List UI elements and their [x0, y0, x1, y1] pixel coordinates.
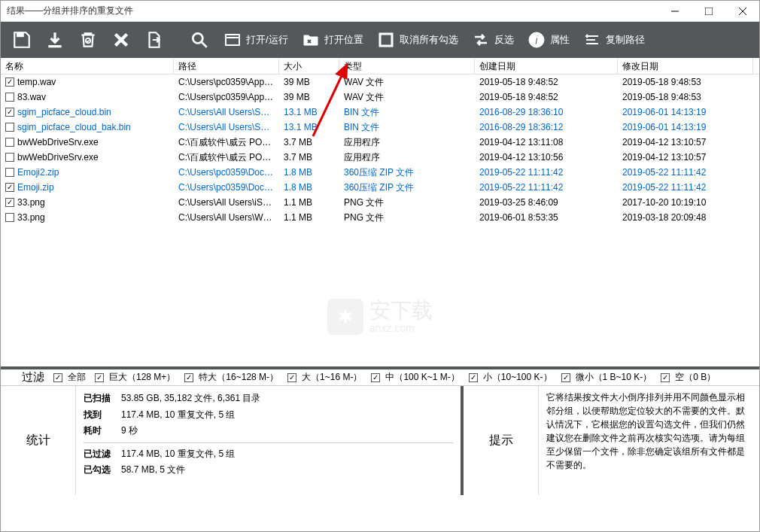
cell-size: 1.8 MB: [279, 182, 339, 193]
delete-button[interactable]: [106, 25, 136, 55]
trash-icon: [78, 29, 99, 50]
row-checkbox[interactable]: [5, 153, 14, 162]
open-location-button[interactable]: 打开位置: [296, 25, 368, 55]
cell-created: 2019-04-12 13:11:08: [475, 137, 618, 147]
cell-type: 360压缩 ZIP 文件: [339, 181, 475, 194]
search-icon: [189, 29, 210, 50]
cell-size: 13.1 MB: [279, 122, 339, 132]
open-run-button[interactable]: 打开/运行: [217, 25, 293, 55]
cell-type: 应用程序: [339, 151, 475, 164]
info-icon: i: [526, 29, 547, 50]
svg-point-6: [193, 33, 202, 43]
copy-path-button[interactable]: 复制路径: [577, 25, 649, 55]
elapsed-val: 9 秒: [121, 423, 138, 439]
cell-name: bwWebDriveSrv.exe: [17, 152, 99, 163]
shield-icon: ✱: [327, 299, 363, 335]
cell-modified: 2019-04-12 13:10:57: [618, 152, 753, 163]
table-row[interactable]: sgim_picface_cloud.binC:\Users\All Users…: [1, 105, 759, 120]
file-arrow-icon: [144, 29, 165, 50]
tip-panel: 提示 它将结果按文件大小倒序排列并用不同颜色显示相邻分组，以便帮助您定位较大的不…: [464, 386, 759, 495]
row-checkbox[interactable]: [5, 168, 14, 177]
table-row[interactable]: 83.wavC:\Users\pc0359\AppD...39 MBWAV 文件…: [1, 90, 759, 105]
col-name[interactable]: 名称: [1, 58, 174, 74]
scanned-val: 53.85 GB, 35,182 文件, 6,361 目录: [121, 391, 260, 407]
tip-body: 它将结果按文件大小倒序排列并用不同颜色显示相邻分组，以便帮助您定位较大的不需要的…: [539, 386, 759, 495]
open-run-label: 打开/运行: [246, 33, 288, 47]
grid-header: 名称 路径 大小 类型 创建日期 修改日期: [1, 58, 759, 74]
filtered-key: 已过滤: [84, 446, 121, 463]
titlebar: 结果——分组并排序的重复文件: [1, 1, 759, 22]
row-checkbox[interactable]: [5, 93, 14, 102]
filter-label: 过滤: [7, 370, 44, 385]
move-button[interactable]: [139, 25, 169, 55]
recycle-button[interactable]: [73, 25, 103, 55]
maximize-button[interactable]: [692, 1, 725, 22]
cell-type: WAV 文件: [339, 91, 475, 104]
cell-size: 1.1 MB: [279, 197, 339, 208]
col-size[interactable]: 大小: [279, 58, 339, 74]
table-row[interactable]: Emoji.zipC:\Users\pc0359\Docu...1.8 MB36…: [1, 180, 759, 195]
cell-created: 2019-05-22 11:11:42: [475, 182, 618, 193]
table-row[interactable]: temp.wavC:\Users\pc0359\AppD...39 MBWAV …: [1, 74, 759, 90]
watermark: ✱ 安下载 anxz.com: [327, 299, 433, 335]
filter-small[interactable]: 小（10~100 K-）: [469, 371, 552, 384]
row-checkbox[interactable]: [5, 138, 14, 147]
row-checkbox[interactable]: [5, 198, 14, 207]
swap-icon: [470, 29, 491, 50]
table-row[interactable]: bwWebDriveSrv.exeC:\百威软件\威云 POS...3.7 MB…: [1, 135, 759, 150]
cell-size: 13.1 MB: [279, 107, 339, 117]
filter-empty[interactable]: 空（0 B）: [661, 371, 716, 384]
bottom-panel: 过滤 全部 巨大（128 M+） 特大（16~128 M-） 大（1~16 M-…: [1, 366, 759, 495]
watermark-label: 安下载: [369, 299, 433, 323]
cell-name: 33.png: [17, 197, 45, 208]
cell-created: 2019-05-22 11:11:42: [475, 167, 618, 178]
properties-label: 属性: [550, 33, 570, 47]
open-location-label: 打开位置: [324, 33, 363, 47]
row-checkbox[interactable]: [5, 183, 14, 192]
table-row[interactable]: sgim_picface_cloud_bak.binC:\Users\All U…: [1, 120, 759, 135]
elapsed-key: 耗时: [84, 423, 121, 439]
filter-medium[interactable]: 中（100 K~1 M-）: [371, 371, 459, 384]
filter-huge[interactable]: 巨大（128 M+）: [95, 371, 175, 384]
cell-created: 2016-08-29 18:36:10: [475, 107, 618, 117]
close-button[interactable]: [725, 1, 759, 22]
col-path[interactable]: 路径: [174, 58, 279, 74]
minimize-button[interactable]: [658, 1, 692, 22]
search-button[interactable]: [184, 25, 214, 55]
cell-type: PNG 文件: [339, 211, 475, 224]
row-checkbox[interactable]: [5, 123, 14, 132]
cell-modified: 2019-04-12 13:10:57: [618, 137, 753, 147]
filter-tiny[interactable]: 微小（1 B~10 K-）: [561, 371, 652, 384]
cell-modified: 2017-10-20 10:19:10: [618, 197, 753, 208]
row-checkbox[interactable]: [5, 213, 14, 222]
stats-panel: 统计 已扫描53.85 GB, 35,182 文件, 6,361 目录 找到11…: [1, 386, 464, 495]
row-checkbox[interactable]: [5, 78, 14, 87]
scanned-key: 已扫描: [84, 391, 121, 407]
filter-all[interactable]: 全部: [53, 371, 86, 384]
filter-xlarge[interactable]: 特大（16~128 M-）: [184, 371, 278, 384]
cell-path: C:\Users\All Users\Won...: [174, 212, 279, 223]
download-button[interactable]: [40, 25, 70, 55]
col-created[interactable]: 创建日期: [475, 58, 618, 74]
cell-name: 83.wav: [17, 92, 46, 102]
filter-large[interactable]: 大（1~16 M-）: [287, 371, 362, 384]
col-type[interactable]: 类型: [339, 58, 475, 74]
table-row[interactable]: Emoji2.zipC:\Users\pc0359\Docu...1.8 MB3…: [1, 165, 759, 180]
table-row[interactable]: 33.pngC:\Users\All Users\Won...1.1 MBPNG…: [1, 210, 759, 225]
cell-name: temp.wav: [17, 77, 56, 87]
properties-button[interactable]: i属性: [521, 25, 574, 55]
deselect-all-button[interactable]: 取消所有勾选: [371, 25, 463, 55]
row-checkbox[interactable]: [5, 108, 14, 117]
deselect-all-label: 取消所有勾选: [400, 33, 458, 47]
save-button[interactable]: [7, 25, 37, 55]
checked-val: 58.7 MB, 5 文件: [121, 462, 185, 479]
cell-modified: 2019-05-22 11:11:42: [618, 167, 753, 178]
table-row[interactable]: 33.pngC:\Users\All Users\iSky...1.1 MBPN…: [1, 195, 759, 210]
table-row[interactable]: bwWebDriveSrv.exeC:\百威软件\威云 POS...3.7 MB…: [1, 150, 759, 165]
invert-button[interactable]: 反选: [466, 25, 518, 55]
cell-size: 3.7 MB: [279, 152, 339, 163]
svg-rect-1: [705, 8, 713, 15]
col-modified[interactable]: 修改日期: [618, 58, 753, 74]
results-grid[interactable]: 名称 路径 大小 类型 创建日期 修改日期 temp.wavC:\Users\p…: [1, 58, 759, 366]
cell-modified: 2019-05-18 9:48:53: [618, 92, 753, 102]
